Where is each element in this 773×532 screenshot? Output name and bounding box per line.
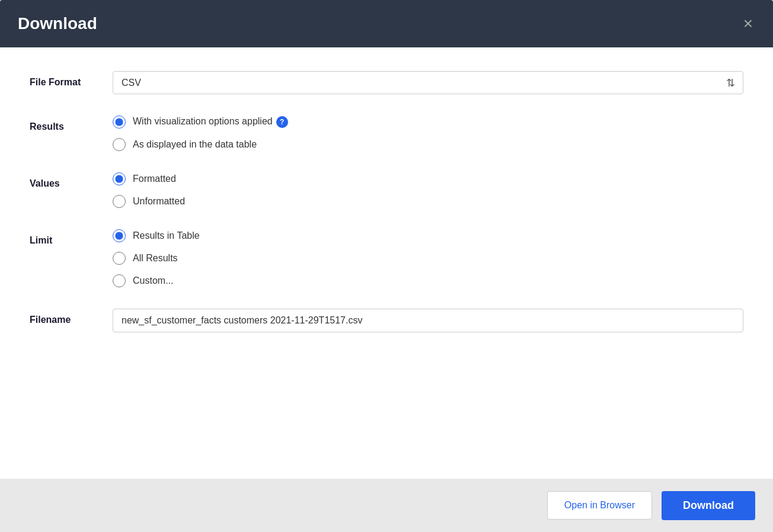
limit-option-results-in-table-label: Results in Table (133, 230, 200, 241)
results-label: Results (30, 116, 113, 132)
limit-option-results-in-table[interactable]: Results in Table (113, 229, 743, 242)
values-option-formatted-label: Formatted (133, 174, 176, 184)
limit-radio-results-in-table[interactable] (113, 229, 126, 242)
dialog-header: Download × (0, 0, 773, 47)
limit-option-custom[interactable]: Custom... (113, 274, 743, 287)
results-option-table-label: As displayed in the data table (133, 139, 257, 150)
filename-row: Filename (30, 309, 743, 332)
values-radio-unformatted[interactable] (113, 195, 126, 208)
file-format-control: CSV JSON Excel TXT ⇅ (113, 71, 743, 94)
limit-label: Limit (30, 229, 113, 246)
limit-options: Results in Table All Results Custom... (113, 229, 743, 287)
values-option-formatted[interactable]: Formatted (113, 172, 743, 185)
file-format-label: File Format (30, 71, 113, 88)
results-row: Results With visualization options appli… (30, 116, 743, 151)
values-options: Formatted Unformatted (113, 172, 743, 208)
limit-radio-all-results[interactable] (113, 252, 126, 265)
values-option-unformatted-label: Unformatted (133, 196, 185, 207)
values-row: Values Formatted Unformatted (30, 172, 743, 208)
filename-label: Filename (30, 309, 113, 325)
dialog-title: Download (18, 14, 97, 33)
download-button[interactable]: Download (662, 491, 755, 520)
results-option-table[interactable]: As displayed in the data table (113, 138, 743, 151)
limit-option-all-results[interactable]: All Results (113, 252, 743, 265)
values-radio-formatted[interactable] (113, 172, 126, 185)
dialog-body: File Format CSV JSON Excel TXT ⇅ Results… (0, 47, 773, 479)
filename-input[interactable] (113, 309, 743, 332)
filename-control (113, 309, 743, 332)
open-in-browser-button[interactable]: Open in Browser (547, 491, 652, 520)
dialog-footer: Open in Browser Download (0, 479, 773, 532)
results-radio-viz[interactable] (113, 116, 126, 129)
file-format-select[interactable]: CSV JSON Excel TXT (113, 71, 743, 94)
limit-option-custom-label: Custom... (133, 275, 173, 286)
values-option-unformatted[interactable]: Unformatted (113, 195, 743, 208)
values-label: Values (30, 172, 113, 189)
results-option-viz-label: With visualization options applied? (133, 116, 288, 128)
close-button[interactable]: × (741, 13, 755, 34)
file-format-row: File Format CSV JSON Excel TXT ⇅ (30, 71, 743, 94)
results-options: With visualization options applied? As d… (113, 116, 743, 151)
limit-radio-custom[interactable] (113, 274, 126, 287)
limit-option-all-results-label: All Results (133, 253, 178, 264)
limit-row: Limit Results in Table All Results Custo… (30, 229, 743, 287)
results-radio-table[interactable] (113, 138, 126, 151)
help-icon[interactable]: ? (276, 116, 288, 128)
results-option-viz[interactable]: With visualization options applied? (113, 116, 743, 129)
download-dialog: Download × File Format CSV JSON Excel TX… (0, 0, 773, 532)
